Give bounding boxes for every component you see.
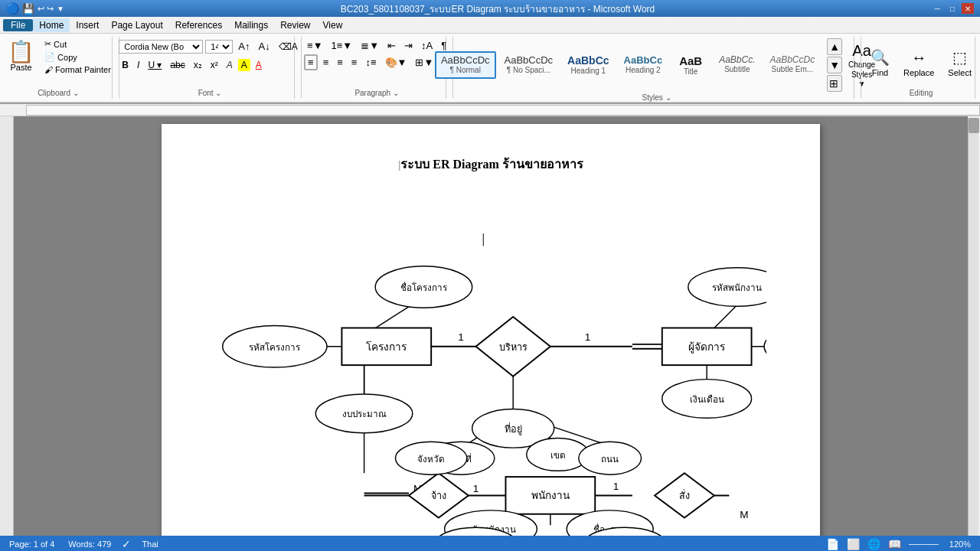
menu-file[interactable]: File — [3, 19, 33, 31]
format-painter-button[interactable]: 🖌 Format Painter — [42, 64, 113, 75]
align-right-button[interactable]: ≡ — [334, 54, 346, 70]
styles-label: Styles ⌄ — [642, 92, 671, 102]
numbering-button[interactable]: 1≡▼ — [328, 38, 356, 53]
menu-home[interactable]: Home — [33, 18, 70, 32]
svg-text:รหัสพนักงาน: รหัสพนักงาน — [712, 282, 762, 292]
status-language[interactable]: Thai — [139, 540, 161, 549]
styles-scroll-down[interactable]: ▼ — [827, 57, 842, 73]
layout-read-btn[interactable]: 📖 — [888, 538, 901, 550]
right-scrollbar[interactable] — [968, 116, 980, 536]
paragraph-label: Paragraph ⌄ — [354, 87, 398, 97]
font-group: Cordia New (Bo 14 A↑ A↓ ⌫A B I U ▾ abc x… — [126, 37, 296, 99]
svg-text:ถนน: ถนน — [601, 454, 619, 464]
status-words[interactable]: Words: 479 — [65, 540, 114, 549]
styles-expand[interactable]: ⊞ — [827, 75, 842, 92]
bold-button[interactable]: B — [119, 58, 132, 72]
align-center-button[interactable]: ≡ — [320, 54, 332, 70]
style-nospace[interactable]: AaBbCcDc ¶ No Spaci... — [498, 51, 560, 79]
font-size-select[interactable]: 14 — [205, 40, 233, 54]
clipboard-label: Clipboard ⌄ — [38, 87, 79, 97]
highlight-button[interactable]: A — [238, 59, 250, 71]
svg-text:จังหวัด: จังหวัด — [417, 454, 445, 464]
find-button[interactable]: 🔍 Find — [866, 45, 894, 80]
cut-button[interactable]: ✂ Cut — [42, 38, 113, 50]
replace-button[interactable]: ↔ Replace — [899, 46, 939, 80]
layout-web-btn[interactable]: 🌐 — [867, 538, 880, 550]
select-icon: ⬚ — [952, 48, 967, 67]
underline-button[interactable]: U ▾ — [145, 58, 165, 72]
text-effect-button[interactable]: A — [224, 58, 236, 72]
layout-full-btn[interactable]: ⬜ — [847, 538, 860, 550]
italic-button[interactable]: I — [134, 58, 142, 72]
increase-font-button[interactable]: A↑ — [235, 39, 253, 54]
style-subtle-em[interactable]: AaBbCcDc Subtle Em... — [764, 51, 822, 79]
bullets-button[interactable]: ≡▼ — [304, 38, 325, 53]
ruler — [26, 105, 980, 116]
minimize-button[interactable]: ─ — [931, 3, 943, 14]
copy-label: Copy — [57, 53, 77, 62]
copy-icon: 📄 — [44, 52, 55, 62]
window-title: BC203_5801108037_ระบบER Diagram ระบบร้าน… — [64, 2, 931, 16]
status-bar: Page: 1 of 4 Words: 479 ✓ Thai 📄 ⬜ 🌐 📖 ─… — [0, 536, 980, 551]
document-scroll-area[interactable]: |ระบบ ER Diagram ร้านขายอาหาร — [14, 116, 968, 536]
paste-icon: 📋 — [8, 41, 34, 63]
svg-text:โครงการ: โครงการ — [366, 341, 407, 353]
align-left-button[interactable]: ≡ — [304, 54, 318, 70]
status-page[interactable]: Page: 1 of 4 — [6, 540, 57, 549]
menu-references[interactable]: References — [169, 18, 228, 32]
document-page: |ระบบ ER Diagram ร้านขายอาหาร — [162, 124, 820, 536]
style-normal[interactable]: AaBbCcDc ¶ Normal — [435, 51, 496, 79]
editing-group: 🔍 Find ↔ Replace ⬚ Select Editing — [867, 37, 975, 99]
svg-text:1: 1 — [613, 481, 619, 492]
copy-button[interactable]: 📄 Copy — [42, 51, 113, 63]
style-heading1[interactable]: AaBbCc Heading 1 — [561, 51, 615, 79]
strikethrough-button[interactable]: abc — [167, 58, 188, 72]
maximize-button[interactable]: □ — [946, 3, 959, 14]
menu-page-layout[interactable]: Page Layout — [105, 18, 168, 32]
shading-button[interactable]: 🎨▼ — [382, 54, 410, 70]
multilevel-button[interactable]: ≣▼ — [358, 38, 382, 53]
zoom-slider[interactable]: ───── — [909, 540, 939, 549]
line-spacing-button[interactable]: ↕≡ — [362, 54, 379, 70]
style-heading2[interactable]: AaBbCc Heading 2 — [618, 51, 669, 79]
format-painter-label: Format Painter — [55, 65, 111, 74]
svg-text:1: 1 — [585, 331, 591, 343]
font-color-button[interactable]: A — [253, 58, 265, 72]
menu-view[interactable]: View — [317, 18, 349, 32]
svg-text:บริหาร: บริหาร — [499, 342, 528, 353]
er-diagram-svg[interactable]: M 1 1 1 1 M โครงการ ผู้จัดการ — [215, 181, 766, 536]
borders-button[interactable]: ⊞▼ — [412, 54, 436, 70]
sort-button[interactable]: ↕A — [418, 38, 436, 53]
superscript-button[interactable]: x² — [207, 58, 221, 72]
svg-text:1: 1 — [473, 483, 479, 494]
menu-review[interactable]: Review — [274, 18, 316, 32]
svg-text:งบประมาณ: งบประมาณ — [342, 409, 387, 419]
styles-scroll-up[interactable]: ▲ — [827, 38, 842, 55]
justify-button[interactable]: ≡ — [348, 54, 361, 70]
svg-text:ผู้จัดการ: ผู้จัดการ — [688, 341, 725, 354]
styles-group: AaBbCcDc ¶ Normal AaBbCcDc ¶ No Spaci...… — [459, 37, 854, 99]
clear-format-button[interactable]: ⌫A — [276, 40, 301, 54]
format-painter-icon: 🖌 — [44, 65, 53, 74]
clipboard-group: 📋 Paste ✂ Cut 📄 Copy 🖌 Format Painter — [5, 37, 113, 99]
replace-icon: ↔ — [911, 49, 926, 67]
svg-text:เขต: เขต — [550, 450, 566, 460]
select-button[interactable]: ⬚ Select — [943, 45, 976, 80]
left-sidebar — [0, 116, 14, 536]
style-subtitle[interactable]: AaBbCc. Subtitle — [713, 51, 761, 79]
decrease-font-button[interactable]: A↓ — [256, 39, 273, 54]
increase-indent-button[interactable]: ⇥ — [401, 38, 416, 53]
paste-button[interactable]: 📋 Paste — [3, 38, 39, 75]
close-button[interactable]: ✕ — [962, 3, 974, 14]
font-name-select[interactable]: Cordia New (Bo — [119, 40, 203, 54]
svg-text:1: 1 — [458, 331, 464, 343]
zoom-level: 120% — [946, 540, 974, 549]
ruler-area — [0, 104, 980, 116]
style-title[interactable]: AaB Title — [671, 51, 710, 79]
layout-print-btn[interactable]: 📄 — [826, 538, 839, 550]
subscript-button[interactable]: x₂ — [191, 58, 205, 72]
decrease-indent-button[interactable]: ⇤ — [384, 38, 399, 53]
menu-mailings[interactable]: Mailings — [228, 18, 274, 32]
menu-insert[interactable]: Insert — [70, 18, 105, 32]
svg-point-54 — [764, 328, 766, 367]
